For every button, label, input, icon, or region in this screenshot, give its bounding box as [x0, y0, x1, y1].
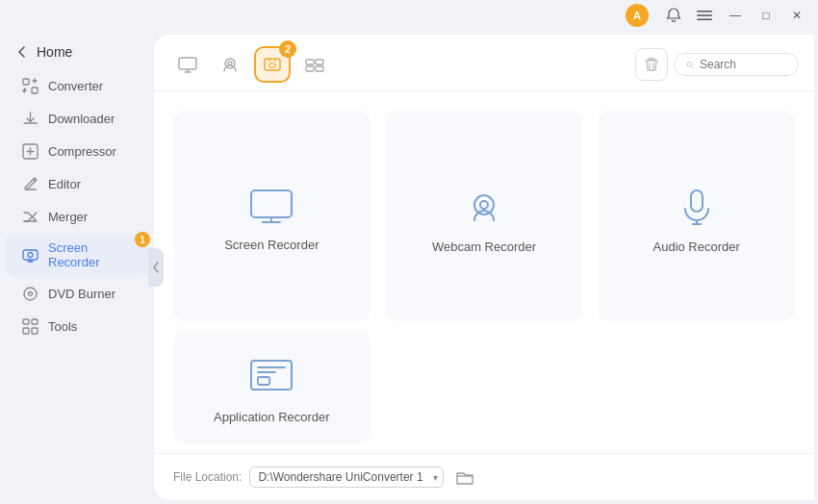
editor-icon: [21, 175, 38, 192]
svg-rect-29: [258, 377, 269, 385]
screen-recorder-label: Screen Recorder: [48, 240, 133, 269]
tools-icon: [21, 317, 38, 335]
sidebar-item-converter[interactable]: Converter: [6, 70, 148, 101]
svg-point-26: [480, 201, 488, 209]
compressor-label: Compressor: [48, 144, 116, 159]
svg-point-7: [28, 252, 33, 257]
tab-app-recorder[interactable]: 2: [254, 46, 291, 83]
svg-rect-28: [251, 361, 292, 390]
svg-rect-14: [179, 58, 196, 69]
delete-button[interactable]: [635, 48, 668, 81]
titlebar: A — □ ✕: [0, 0, 818, 31]
svg-rect-18: [269, 63, 275, 67]
sidebar-item-compressor[interactable]: Compressor: [6, 136, 148, 166]
audio-recorder-card-icon: [677, 188, 716, 226]
svg-rect-17: [265, 59, 280, 70]
svg-rect-1: [697, 14, 712, 16]
search-icon: [686, 59, 694, 71]
close-button[interactable]: ✕: [783, 5, 810, 26]
sidebar-item-downloader[interactable]: Downloader: [6, 103, 148, 134]
downloader-icon: [21, 110, 38, 127]
screen-recorder-icon: [21, 246, 38, 264]
svg-rect-11: [32, 319, 38, 324]
svg-rect-6: [23, 250, 38, 260]
home-label: Home: [37, 44, 72, 60]
svg-rect-22: [316, 66, 323, 71]
maximize-button[interactable]: □: [753, 5, 780, 26]
file-location-select[interactable]: D:\Wondershare UniConverter 1: [249, 466, 444, 488]
menu-icon[interactable]: [691, 5, 718, 26]
sidebar-item-screen-recorder[interactable]: Screen Recorder 1: [6, 234, 148, 276]
back-arrow-icon: [15, 45, 29, 59]
search-input[interactable]: [700, 58, 786, 71]
merger-label: Merger: [48, 210, 88, 224]
svg-point-8: [24, 288, 37, 300]
svg-rect-19: [306, 60, 314, 64]
file-location-label: File Location:: [173, 470, 242, 484]
toolbar: 2: [154, 35, 814, 91]
converter-icon: [21, 77, 38, 94]
file-location-select-wrap: D:\Wondershare UniConverter 1: [249, 466, 444, 488]
svg-rect-13: [32, 328, 38, 334]
svg-rect-24: [251, 190, 292, 217]
app-body: Home Converter Downloader Compressor: [0, 31, 818, 504]
audio-recorder-card-label: Audio Recorder: [653, 239, 740, 254]
svg-point-9: [28, 291, 32, 295]
webcam-recorder-card[interactable]: Webcam Recorder: [386, 111, 583, 321]
svg-rect-27: [691, 190, 703, 212]
application-recorder-card-icon: [250, 360, 293, 396]
screen-recorder-badge: 1: [135, 232, 150, 247]
dvd-burner-label: DVD Burner: [48, 287, 115, 301]
webcam-recorder-card-icon: [465, 188, 503, 226]
tab-screen[interactable]: [169, 46, 206, 83]
tools-label: Tools: [48, 319, 77, 334]
minimize-button[interactable]: —: [722, 5, 749, 26]
recorder-cards-top: Screen Recorder Webcam Recorder Audio Re…: [154, 91, 814, 331]
application-recorder-card-label: Application Recorder: [214, 410, 330, 424]
tab-app-recorder-badge: 2: [279, 40, 296, 58]
sidebar: Home Converter Downloader Compressor: [0, 31, 154, 504]
file-location-bar: File Location: D:\Wondershare UniConvert…: [154, 453, 814, 500]
svg-rect-10: [23, 319, 29, 324]
svg-rect-0: [697, 11, 712, 13]
screen-recorder-card-label: Screen Recorder: [224, 238, 319, 252]
sidebar-item-editor[interactable]: Editor: [6, 168, 148, 199]
svg-rect-3: [23, 79, 29, 85]
compressor-icon: [21, 142, 38, 160]
audio-recorder-card[interactable]: Audio Recorder: [598, 111, 795, 321]
main-content: 2 Screen Recorder: [154, 35, 814, 500]
sidebar-home[interactable]: Home: [0, 38, 154, 69]
svg-rect-4: [32, 88, 38, 93]
svg-rect-21: [306, 66, 314, 71]
sidebar-item-tools[interactable]: Tools: [6, 311, 148, 341]
downloader-label: Downloader: [48, 112, 115, 126]
application-recorder-card[interactable]: Application Recorder: [173, 331, 371, 443]
dvd-burner-icon: [21, 285, 38, 302]
svg-point-23: [687, 62, 692, 66]
svg-rect-20: [316, 60, 323, 64]
sidebar-item-dvd-burner[interactable]: DVD Burner: [6, 278, 148, 309]
editor-label: Editor: [48, 177, 81, 191]
recorder-cards-bottom: Application Recorder: [154, 331, 814, 453]
tab-more[interactable]: [296, 46, 333, 83]
tab-webcam[interactable]: [212, 46, 248, 83]
bell-icon[interactable]: [660, 5, 687, 26]
merger-icon: [21, 208, 38, 225]
svg-rect-12: [23, 328, 29, 334]
sidebar-item-merger[interactable]: Merger: [6, 201, 148, 232]
converter-label: Converter: [48, 79, 103, 93]
screen-recorder-card-icon: [250, 189, 293, 224]
sidebar-collapse-button[interactable]: [148, 248, 164, 287]
screen-recorder-card[interactable]: Screen Recorder: [173, 111, 371, 321]
user-avatar[interactable]: A: [626, 4, 649, 27]
search-box: [674, 53, 799, 76]
webcam-recorder-card-label: Webcam Recorder: [432, 239, 536, 254]
svg-rect-2: [697, 19, 712, 21]
open-folder-button[interactable]: [451, 464, 478, 491]
